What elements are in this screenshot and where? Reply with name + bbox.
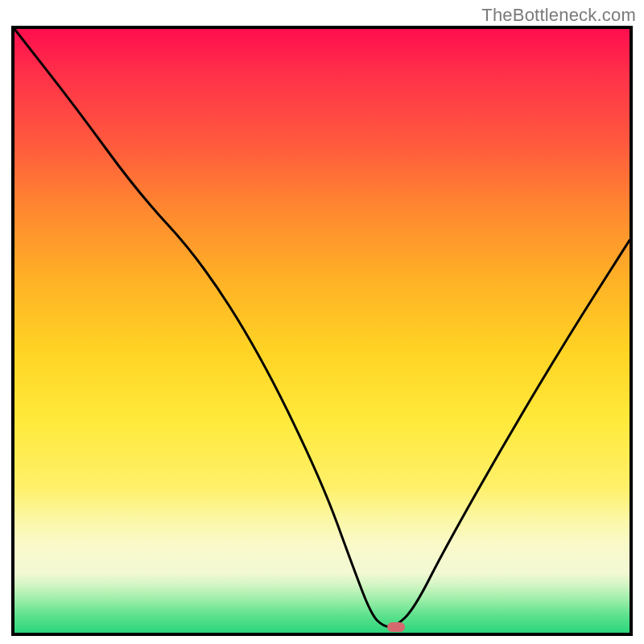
chart-container: TheBottleneck.com (0, 0, 644, 644)
watermark-label: TheBottleneck.com (481, 5, 636, 26)
bottleneck-curve (14, 29, 630, 633)
chart-panel (14, 29, 630, 633)
chart-frame (11, 26, 633, 636)
optimal-marker-icon (387, 622, 405, 632)
